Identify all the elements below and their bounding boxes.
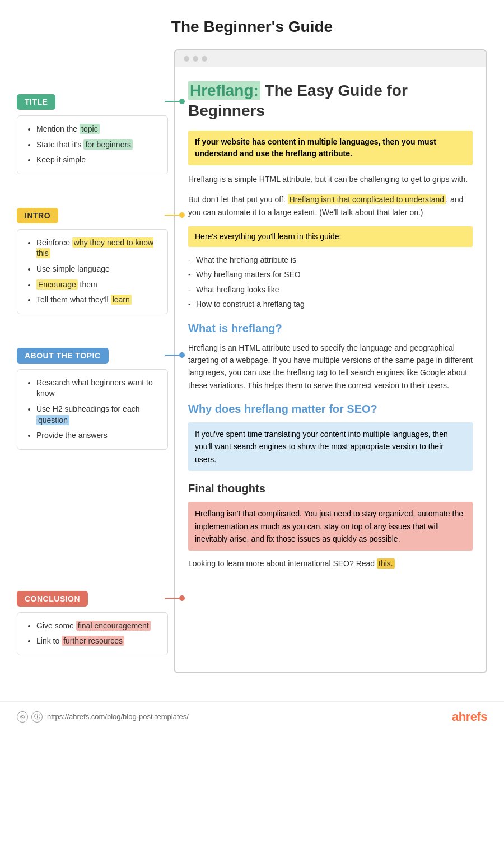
footer-url[interactable]: https://ahrefs.com/blog/blog-post-templa… (47, 712, 189, 721)
article-title: Hreflang: The Easy Guide for Beginners (188, 81, 473, 122)
connector-intro (165, 212, 185, 218)
highlight-final-encouragement: final encouragement (76, 621, 151, 631)
browser-panel: Hreflang: The Easy Guide for Beginners I… (174, 49, 487, 673)
left-panel: TITLE Mention the topic State that it's … (17, 49, 174, 673)
footer-icons: © ⓘ (17, 711, 43, 723)
h2-what-is-hreflang: What is hreflang? (188, 322, 473, 335)
footer-article-text: Looking to learn more about internationa… (188, 557, 473, 570)
footer-link[interactable]: this. (377, 558, 395, 569)
highlight-beginners: for beginners (83, 139, 133, 150)
title-section: TITLE Mention the topic State that it's … (17, 94, 168, 174)
browser-dot-3 (202, 56, 207, 62)
intro-section: INTRO Reinforce why they need to know th… (17, 208, 168, 314)
footer-logo: ahrefs (452, 710, 487, 724)
list-item: Link to further resources (36, 636, 158, 647)
body-paragraph-2: But don't let that put you off. Hreflang… (188, 193, 473, 218)
intro-highlight-box: If your website has content in multiple … (188, 131, 473, 165)
h3-final-thoughts: Final thoughts (188, 482, 473, 495)
highlight-learn: learn (111, 295, 132, 305)
footer-left: © ⓘ https://ahrefs.com/blog/blog-post-te… (17, 711, 189, 723)
browser-bar (175, 50, 486, 67)
highlight-topic: topic (80, 124, 100, 134)
bullet-4: How to construct a hreflang tag (188, 298, 473, 310)
title-section-label: TITLE (17, 94, 55, 110)
highlight-question: question (36, 415, 69, 425)
list-item: Encourage them (36, 279, 158, 291)
bullet-1: What the hreflang attribute is (188, 254, 473, 266)
title-section-card: Mention the topic State that it's for be… (17, 115, 168, 174)
body2-highlight: Hreflang isn't that complicated to under… (288, 194, 446, 204)
body-paragraph-1: Hreflang is a simple HTML attribute, but… (188, 173, 473, 185)
intro-section-label: INTRO (17, 208, 58, 223)
h2-2-body: If you've spent time translating your co… (188, 422, 473, 471)
highlight-further-resources: further resources (62, 636, 124, 646)
page-footer: © ⓘ https://ahrefs.com/blog/blog-post-te… (0, 701, 504, 732)
browser-dot-2 (193, 56, 198, 62)
about-section-card: Research what beginners want to know Use… (17, 369, 168, 450)
list-item: State that it's for beginners (36, 139, 158, 151)
browser-content: Hreflang: The Easy Guide for Beginners I… (175, 67, 486, 596)
info-icon: ⓘ (31, 711, 43, 723)
footer-pre: Looking to learn more about internationa… (188, 559, 377, 568)
connector-about (165, 352, 185, 358)
cc-icon: © (17, 711, 28, 723)
list-item: Give some final encouragement (36, 621, 158, 632)
list-item: Research what beginners want to know (36, 378, 158, 399)
body2-pre: But don't let that put you off. (188, 195, 288, 204)
list-item: Use H2 subheadings for each question (36, 404, 158, 426)
list-item: Use simple language (36, 264, 158, 275)
h2-why-hreflang: Why does hreflang matter for SEO? (188, 403, 473, 416)
conclusion-highlight: Hreflang isn't that complicated. You jus… (188, 502, 473, 551)
browser-dot-1 (184, 56, 189, 62)
connector-title (165, 99, 185, 104)
connector-conclusion (165, 595, 185, 601)
h2-1-body: Hreflang is an HTML attribute used to sp… (188, 342, 473, 392)
article-bullets: What the hreflang attribute is Why hrefl… (188, 254, 473, 311)
title-hreflang: Hreflang: (188, 81, 260, 100)
list-item: Keep it simple (36, 155, 158, 166)
list-intro: Here's everything you'll learn in this g… (188, 226, 473, 247)
highlight-need-to-know: why they need to know this (36, 237, 153, 259)
bullet-2: Why hreflang matters for SEO (188, 268, 473, 281)
bullet-3: What hreflang looks like (188, 283, 473, 296)
page-title: The Beginner's Guide (0, 0, 504, 49)
list-item: Provide the answers (36, 430, 158, 441)
highlight-encourage: Encourage (36, 279, 78, 290)
conclusion-section-label: CONCLUSION (17, 591, 88, 607)
conclusion-section-card: Give some final encouragement Link to fu… (17, 612, 168, 655)
intro-section-card: Reinforce why they need to know this Use… (17, 229, 168, 314)
list-item: Mention the topic (36, 124, 158, 135)
about-section: ABOUT THE TOPIC Research what beginners … (17, 348, 168, 450)
list-item: Tell them what they'll learn (36, 295, 158, 306)
conclusion-section: CONCLUSION Give some final encouragement… (17, 591, 168, 655)
about-section-label: ABOUT THE TOPIC (17, 348, 109, 364)
list-item: Reinforce why they need to know this (36, 237, 158, 259)
